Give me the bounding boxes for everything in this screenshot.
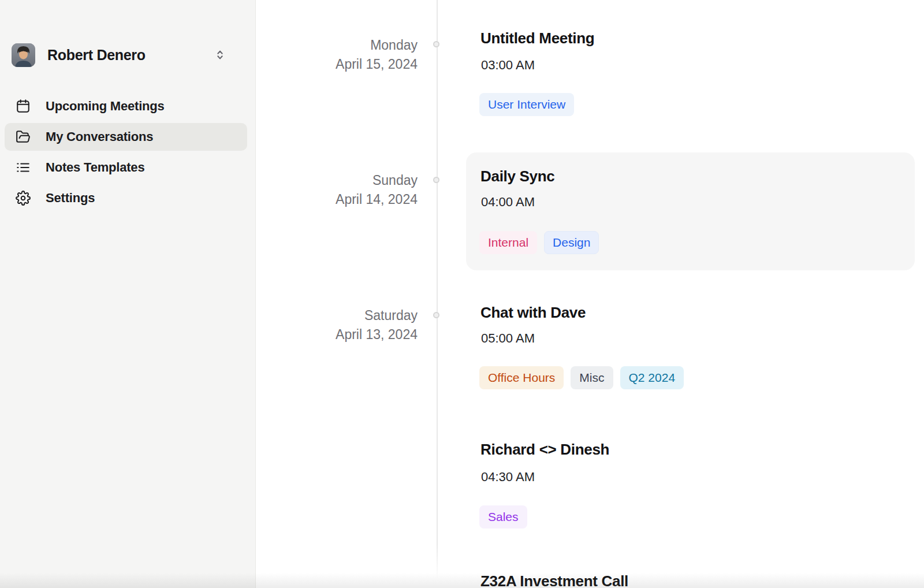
user-name: Robert Denero	[47, 47, 214, 64]
tag-row: User Interview	[479, 93, 574, 116]
date-label: April 14, 2024	[266, 190, 418, 209]
weekday-label: Saturday	[266, 306, 418, 325]
tag-design[interactable]: Design	[544, 231, 599, 254]
weekday-label: Sunday	[266, 171, 418, 190]
sidebar-item-label: Settings	[46, 191, 95, 206]
tag-q2-2024[interactable]: Q2 2024	[620, 366, 684, 389]
timeline-line	[437, 0, 438, 580]
conversations-timeline	[256, 0, 924, 588]
meeting-time: 05:00 AM	[481, 330, 535, 347]
tag-sales[interactable]: Sales	[479, 505, 527, 529]
tag-row: Office Hours Misc Q2 2024	[479, 366, 684, 389]
date-group-label: Saturday April 13, 2024	[266, 306, 418, 344]
meeting-title[interactable]: Untitled Meeting	[480, 29, 594, 47]
tag-row: Sales	[479, 505, 527, 529]
timeline-dot	[433, 41, 439, 47]
timeline-dot	[433, 312, 439, 318]
sidebar-item-label: My Conversations	[46, 129, 153, 144]
sidebar-item-label: Upcoming Meetings	[46, 99, 165, 114]
tag-misc[interactable]: Misc	[571, 366, 613, 389]
sidebar-nav: Upcoming Meetings My Conversations Notes…	[5, 92, 247, 212]
sidebar-item-notes-templates[interactable]: Notes Templates	[5, 154, 247, 181]
sidebar: Robert Denero Upcoming Meetings	[0, 0, 256, 588]
user-profile-switcher[interactable]: Robert Denero	[12, 42, 248, 68]
tag-internal[interactable]: Internal	[479, 231, 537, 254]
sidebar-item-label: Notes Templates	[46, 160, 144, 175]
meeting-title[interactable]: Chat with Dave	[480, 303, 586, 322]
gear-icon	[16, 191, 31, 206]
calendar-icon	[16, 99, 31, 114]
meeting-time: 04:00 AM	[481, 194, 535, 210]
meeting-title[interactable]: Daily Sync	[480, 167, 555, 185]
meeting-title[interactable]: Richard <> Dinesh	[480, 440, 609, 459]
meeting-time: 04:30 AM	[481, 469, 535, 485]
date-label: April 13, 2024	[266, 325, 418, 344]
date-group-label: Monday April 15, 2024	[266, 36, 418, 74]
tag-row: Internal Design	[479, 231, 599, 254]
sidebar-item-settings[interactable]: Settings	[5, 184, 247, 212]
avatar	[12, 43, 35, 67]
sidebar-item-upcoming-meetings[interactable]: Upcoming Meetings	[5, 92, 247, 120]
date-label: April 15, 2024	[266, 55, 418, 74]
meeting-time: 03:00 AM	[481, 57, 535, 73]
weekday-label: Monday	[266, 36, 418, 55]
sidebar-item-my-conversations[interactable]: My Conversations	[5, 123, 247, 151]
meeting-title[interactable]: Z32A Investment Call	[480, 572, 628, 588]
tag-office-hours[interactable]: Office Hours	[479, 366, 564, 389]
folder-open-icon	[16, 129, 31, 144]
timeline-dot	[433, 177, 439, 183]
list-icon	[16, 160, 31, 175]
tag-user-interview[interactable]: User Interview	[479, 93, 574, 116]
chevron-up-down-icon	[214, 47, 226, 62]
date-group-label: Sunday April 14, 2024	[266, 171, 418, 209]
